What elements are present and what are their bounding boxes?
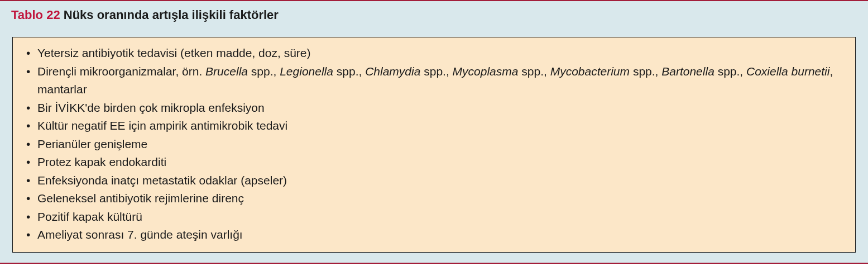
text: Protez kapak endokarditi xyxy=(37,155,166,168)
list-item: Geleneksel antibiyotik rejimlerine diren… xyxy=(26,189,842,208)
text: Ameliyat sonrası 7. günde ateşin varlığı xyxy=(37,228,243,241)
list-item: Ameliyat sonrası 7. günde ateşin varlığı xyxy=(26,226,842,244)
text: Enfeksiyonda inatçı metastatik odaklar (… xyxy=(37,174,287,187)
text: spp., xyxy=(420,65,452,78)
list-item: Kültür negatif EE için ampirik antimikro… xyxy=(26,117,842,135)
list-item: Dirençli mikroorganizmalar, örn. Brucell… xyxy=(26,63,842,99)
text: Geleneksel antibiyotik rejimlerine diren… xyxy=(37,192,244,205)
list-item: Enfeksiyonda inatçı metastatik odaklar (… xyxy=(26,172,842,190)
italic-text: Coxiella burnetii xyxy=(746,65,829,78)
list-item: Yetersiz antibiyotik tedavisi (etken mad… xyxy=(26,44,842,63)
text: Pozitif kapak kültürü xyxy=(37,210,142,223)
text: spp., xyxy=(630,65,661,78)
italic-text: Mycobacterium xyxy=(550,65,630,78)
text: Perianüler genişleme xyxy=(37,137,147,150)
table-body-wrap: Yetersiz antibiyotik tedavisi (etken mad… xyxy=(0,29,868,263)
text: Kültür negatif EE için ampirik antimikro… xyxy=(37,119,287,132)
text: spp., xyxy=(518,65,550,78)
table-body: Yetersiz antibiyotik tedavisi (etken mad… xyxy=(12,37,856,253)
table-22: Tablo 22 Nüks oranında artışla ilişkili … xyxy=(0,0,868,264)
list-item: Protez kapak endokarditi xyxy=(26,153,842,172)
text: Dirençli mikroorganizmalar, örn. xyxy=(37,65,205,78)
list-item: Bir İVİKK'de birden çok mikropla enfeksi… xyxy=(26,99,842,117)
text: Bir İVİKK'de birden çok mikropla enfeksi… xyxy=(37,101,265,114)
text: Yetersiz antibiyotik tedavisi (etken mad… xyxy=(37,46,310,59)
text: spp., xyxy=(714,65,746,78)
table-title-text: Nüks oranında artışla ilişkili faktörler xyxy=(64,8,279,22)
italic-text: Chlamydia xyxy=(365,65,420,78)
italic-text: Legionella xyxy=(280,65,333,78)
italic-text: Mycoplasma xyxy=(453,65,519,78)
table-header: Tablo 22 Nüks oranında artışla ilişkili … xyxy=(0,1,868,29)
italic-text: Bartonella xyxy=(661,65,714,78)
text: spp., xyxy=(333,65,365,78)
list-item: Pozitif kapak kültürü xyxy=(26,208,842,226)
list-item: Perianüler genişleme xyxy=(26,135,842,154)
table-label: Tablo 22 xyxy=(11,8,60,22)
text: spp., xyxy=(248,65,280,78)
italic-text: Brucella xyxy=(205,65,248,78)
